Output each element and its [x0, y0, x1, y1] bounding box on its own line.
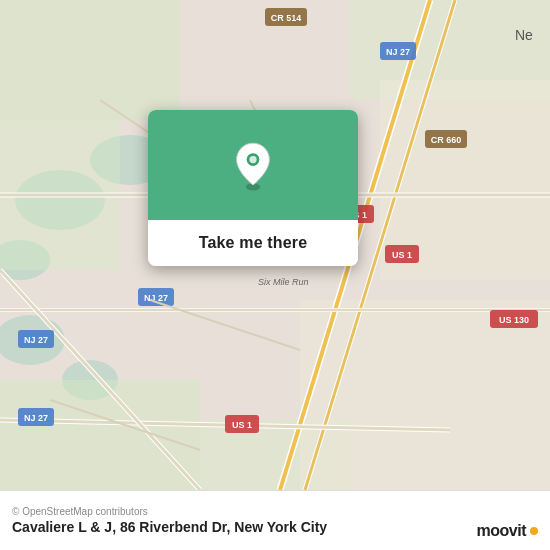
svg-rect-9 [0, 380, 200, 490]
svg-rect-6 [0, 0, 180, 120]
map-attribution: © OpenStreetMap contributors [12, 506, 538, 517]
svg-text:US 1: US 1 [232, 420, 252, 430]
svg-text:US 1: US 1 [392, 250, 412, 260]
card-map-area [148, 110, 358, 220]
location-pin [233, 145, 273, 185]
svg-text:NJ 27: NJ 27 [24, 413, 48, 423]
svg-point-54 [249, 156, 256, 163]
svg-rect-12 [300, 300, 550, 490]
location-card: Take me there [148, 110, 358, 266]
svg-text:Six Mile Run: Six Mile Run [258, 277, 309, 287]
svg-text:CR 660: CR 660 [431, 135, 462, 145]
svg-text:CR 514: CR 514 [271, 13, 302, 23]
location-title: Cavaliere L & J, 86 Riverbend Dr, New Yo… [12, 519, 538, 535]
moovit-logo: moovit [477, 522, 538, 540]
svg-text:Ne: Ne [515, 27, 533, 43]
svg-text:NJ 27: NJ 27 [24, 335, 48, 345]
map-container: NJ 27 NJ 27 NJ 27 US 1 US 1 US 1 US 130 … [0, 0, 550, 490]
moovit-dot-icon [530, 527, 538, 535]
take-me-there-button[interactable]: Take me there [148, 220, 358, 266]
bottom-bar: © OpenStreetMap contributors Cavaliere L… [0, 490, 550, 550]
svg-text:US 130: US 130 [499, 315, 529, 325]
moovit-text: moovit [477, 522, 526, 540]
svg-text:NJ 27: NJ 27 [386, 47, 410, 57]
